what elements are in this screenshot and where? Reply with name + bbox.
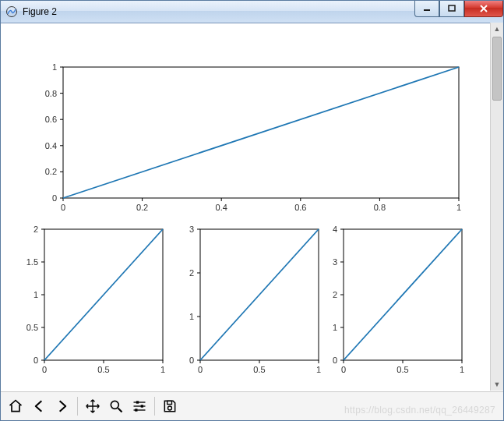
home-button[interactable] [4, 394, 27, 418]
zoom-icon [108, 398, 124, 414]
ytick-label: 1 [189, 312, 194, 321]
mpl-toolbar: https://blog.csdn.net/qq_26449287 [1, 391, 503, 420]
save-icon [162, 398, 178, 414]
arrow-right-icon [55, 398, 70, 414]
ytick-label: 0.4 [45, 141, 57, 150]
xtick-label: 0 [61, 203, 65, 212]
ytick-label: 0 [189, 356, 194, 365]
move-icon [85, 398, 100, 414]
ytick-label: 0.8 [45, 89, 57, 98]
title-bar[interactable]: Figure 2 [1, 1, 503, 23]
ytick-label: 0.6 [45, 115, 57, 124]
plot-svg: 00.20.40.60.8100.20.40.60.8100.5100.511.… [1, 23, 492, 393]
ytick-label: 0 [52, 193, 57, 203]
subplot-2: 00.510123 [189, 225, 321, 374]
xtick-label: 0.5 [97, 365, 109, 374]
svg-rect-52 [167, 401, 172, 404]
data-line [200, 229, 319, 360]
arrow-left-icon [31, 398, 47, 414]
configure-button[interactable] [128, 394, 151, 418]
xtick-label: 0.8 [374, 203, 386, 212]
back-button[interactable] [27, 394, 51, 418]
toolbar-separator [77, 397, 78, 416]
xtick-label: 1 [316, 365, 321, 374]
window-title: Figure 2 [23, 6, 57, 17]
ytick-label: 3 [333, 257, 337, 267]
xtick-label: 0.6 [294, 203, 306, 212]
svg-rect-51 [135, 409, 137, 411]
subplot-1: 00.5100.511.52 [26, 225, 165, 374]
ytick-label: 2 [333, 290, 337, 299]
subplot-3: 00.5101234 [333, 225, 464, 374]
svg-rect-2 [449, 5, 455, 11]
pan-button[interactable] [81, 394, 104, 418]
ytick-label: 0.5 [26, 323, 38, 332]
ytick-label: 2 [189, 268, 194, 278]
ytick-label: 2 [33, 225, 38, 234]
svg-point-44 [111, 401, 118, 409]
svg-line-45 [118, 409, 122, 412]
svg-rect-47 [136, 401, 139, 403]
minimize-button[interactable] [414, 1, 439, 17]
vertical-scrollbar[interactable]: ▲ ▼ [490, 23, 503, 391]
watermark-text: https://blog.csdn.net/qq_26449287 [344, 405, 495, 416]
ytick-label: 0 [33, 356, 38, 365]
data-line [344, 229, 462, 360]
zoom-button[interactable] [104, 394, 128, 418]
scroll-up-icon[interactable]: ▲ [491, 23, 503, 35]
toolbar-separator [154, 397, 155, 416]
xtick-label: 1 [160, 365, 165, 374]
xtick-label: 0 [42, 365, 47, 374]
xtick-label: 0.5 [253, 365, 265, 374]
maximize-button[interactable] [439, 1, 464, 17]
ytick-label: 1 [52, 62, 57, 72]
figure-window: Figure 2 00.20.40.60.8100.20.40.60.8100.… [0, 0, 504, 421]
xtick-label: 0.5 [397, 365, 408, 374]
data-line [44, 229, 163, 360]
maximize-icon [448, 5, 456, 12]
home-icon [8, 398, 23, 414]
ytick-label: 0.2 [45, 167, 57, 176]
xtick-label: 0 [341, 365, 346, 374]
xtick-label: 0.4 [216, 203, 227, 212]
xtick-label: 0.2 [136, 203, 148, 212]
ytick-label: 3 [189, 225, 194, 234]
forward-button[interactable] [51, 394, 74, 418]
svg-rect-49 [141, 405, 143, 407]
ytick-label: 1 [33, 290, 38, 299]
ytick-label: 0 [333, 356, 337, 365]
ytick-label: 1.5 [26, 257, 38, 267]
save-button[interactable] [158, 394, 182, 418]
xtick-label: 0 [198, 365, 203, 374]
subplot-0: 00.20.40.60.8100.20.40.60.81 [45, 62, 461, 212]
plot-canvas[interactable]: 00.20.40.60.8100.20.40.60.8100.5100.511.… [1, 23, 503, 391]
window-buttons [414, 1, 503, 16]
close-icon [479, 5, 488, 12]
close-button[interactable] [464, 1, 503, 17]
ytick-label: 4 [333, 225, 337, 234]
app-icon [5, 5, 18, 18]
scrollbar-thumb[interactable] [492, 37, 502, 101]
xtick-label: 1 [456, 203, 461, 212]
data-line [63, 67, 459, 198]
sliders-icon [132, 398, 147, 414]
ytick-label: 1 [333, 323, 337, 332]
xtick-label: 1 [460, 365, 464, 374]
svg-point-53 [168, 406, 172, 410]
minimize-icon [423, 5, 431, 12]
scroll-down-icon[interactable]: ▼ [491, 378, 503, 391]
